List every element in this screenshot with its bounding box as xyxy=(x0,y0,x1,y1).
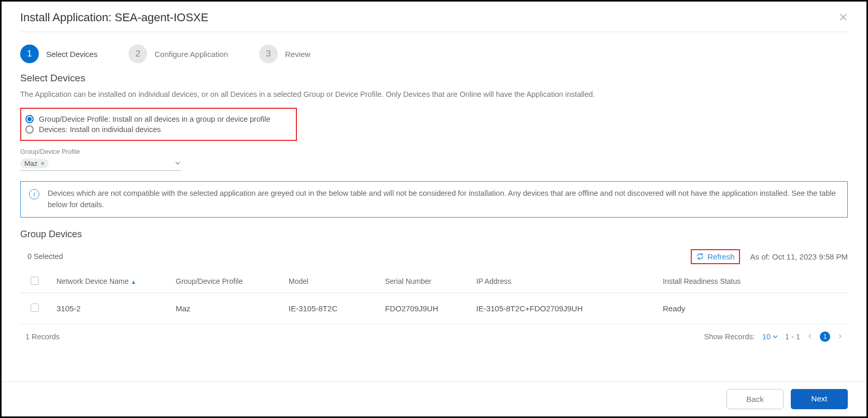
column-ip-address[interactable]: IP Address xyxy=(471,270,658,293)
section-title: Select Devices xyxy=(20,73,848,84)
step-label: Configure Application xyxy=(154,50,228,59)
column-install-readiness-status[interactable]: Install Readiness Status xyxy=(658,270,848,293)
info-text: Devices which are not compatible with th… xyxy=(48,188,839,211)
close-icon[interactable]: ✕ xyxy=(838,11,848,24)
step-label: Review xyxy=(285,50,310,59)
devices-table: Network Device Name▲ Group/Device Profil… xyxy=(20,270,848,324)
table-row[interactable]: 3105-2 Maz IE-3105-8T2C FDO2709J9UH IE-3… xyxy=(20,293,848,324)
selected-count: 0 Selected xyxy=(20,252,63,261)
cell-ip: IE-3105-8T2C+FDO2709J9UH xyxy=(471,293,658,324)
step-number: 3 xyxy=(259,45,278,63)
column-network-device-name[interactable]: Network Device Name▲ xyxy=(51,270,170,293)
column-model[interactable]: Model xyxy=(283,270,380,293)
current-page[interactable]: 1 xyxy=(820,331,830,342)
radio-label: Group/Device Profile: Install on all dev… xyxy=(39,115,271,123)
table-toolbar: 0 Selected Refresh As of: Oct 11, 2023 9… xyxy=(20,249,848,264)
group-device-profile-field: Group/Device Profile Maz × xyxy=(20,148,181,171)
chip-text: Maz xyxy=(24,160,38,167)
select-all-checkbox[interactable] xyxy=(31,277,39,285)
cell-profile: Maz xyxy=(170,293,283,324)
cell-status: Ready xyxy=(658,293,848,324)
info-icon: i xyxy=(29,189,39,199)
radio-unchecked-icon xyxy=(25,125,34,134)
pager: Show Records: 10 1 - 1 1 xyxy=(704,331,843,342)
page-range: 1 - 1 xyxy=(785,333,800,341)
chevron-down-icon[interactable] xyxy=(175,159,181,168)
step-number: 2 xyxy=(129,45,147,63)
record-count: 1 Records xyxy=(25,333,60,341)
modal-title: Install Application: SEA-agent-IOSXE xyxy=(20,11,208,24)
group-device-profile-select[interactable]: Maz × xyxy=(20,156,181,171)
compatibility-info-banner: i Devices which are not compatible with … xyxy=(20,181,848,218)
column-serial-number[interactable]: Serial Number xyxy=(380,270,471,293)
as-of-timestamp: As of: Oct 11, 2023 9:58 PM xyxy=(750,252,848,261)
show-records-select[interactable]: 10 xyxy=(762,333,778,341)
chevron-down-icon xyxy=(773,334,778,339)
refresh-label: Refresh xyxy=(707,252,735,261)
back-button[interactable]: Back xyxy=(727,389,784,409)
group-devices-title: Group Devices xyxy=(20,229,848,240)
refresh-icon xyxy=(696,252,704,261)
modal-footer: Back Next xyxy=(2,381,866,416)
radio-label: Devices: Install on individual devices xyxy=(39,125,161,134)
next-page-button[interactable] xyxy=(837,333,843,341)
section-description: The Application can be installed on indi… xyxy=(20,90,848,98)
next-button[interactable]: Next xyxy=(791,389,848,409)
sort-asc-icon: ▲ xyxy=(131,279,136,285)
step-review[interactable]: 3 Review xyxy=(259,45,310,63)
refresh-button[interactable]: Refresh xyxy=(691,249,740,264)
modal-header: Install Application: SEA-agent-IOSXE ✕ xyxy=(20,2,848,32)
column-group-device-profile[interactable]: Group/Device Profile xyxy=(170,270,283,293)
radio-checked-icon xyxy=(25,115,34,123)
cell-model: IE-3105-8T2C xyxy=(283,293,380,324)
radio-group-profile[interactable]: Group/Device Profile: Install on all dev… xyxy=(25,114,290,124)
step-number: 1 xyxy=(20,45,39,63)
step-select-devices[interactable]: 1 Select Devices xyxy=(20,45,97,63)
show-records-label: Show Records: xyxy=(704,333,755,341)
selected-chip: Maz × xyxy=(20,158,49,168)
prev-page-button[interactable] xyxy=(807,333,813,341)
step-configure-application[interactable]: 2 Configure Application xyxy=(129,45,228,63)
radio-individual-devices[interactable]: Devices: Install on individual devices xyxy=(25,124,290,135)
stepper: 1 Select Devices 2 Configure Application… xyxy=(20,32,848,73)
row-checkbox[interactable] xyxy=(31,304,39,312)
table-footer: 1 Records Show Records: 10 1 - 1 1 xyxy=(20,324,848,342)
install-scope-radio-group: Group/Device Profile: Install on all dev… xyxy=(20,108,297,141)
cell-name: 3105-2 xyxy=(51,293,170,324)
step-label: Select Devices xyxy=(46,50,97,59)
chip-remove-icon[interactable]: × xyxy=(41,160,45,167)
cell-serial: FDO2709J9UH xyxy=(380,293,471,324)
field-label: Group/Device Profile xyxy=(20,148,181,155)
